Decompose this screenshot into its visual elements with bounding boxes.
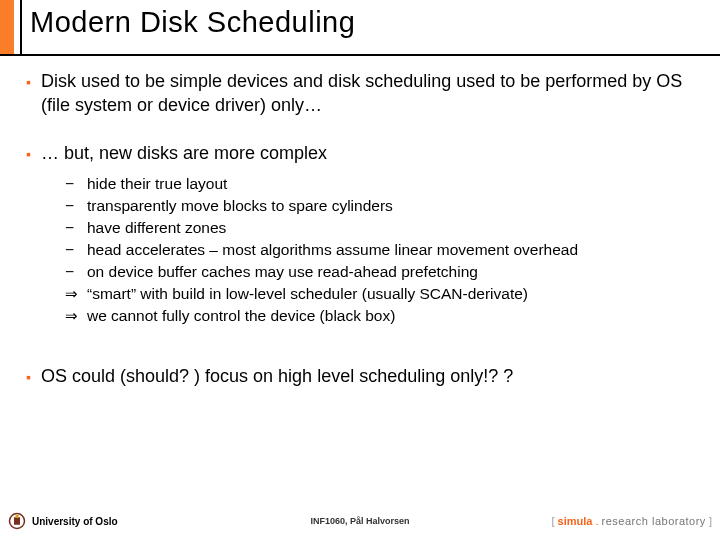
- sub-text: head accelerates – most algorithms assum…: [87, 239, 578, 261]
- svg-rect-2: [16, 515, 19, 518]
- sub-text: transparently move blocks to spare cylin…: [87, 195, 393, 217]
- bullet-2: ▪ … but, new disks are more complex −hid…: [26, 142, 694, 328]
- bullet-2-sublist: −hide their true layout −transparently m…: [65, 173, 694, 327]
- sub-text: hide their true layout: [87, 173, 227, 195]
- bullet-icon: ▪: [26, 142, 31, 328]
- accent-stripe: [0, 0, 14, 54]
- lab-research: research laboratory: [602, 515, 706, 527]
- footer-university: University of Oslo: [32, 516, 118, 527]
- bullet-2-text: … but, new disks are more complex: [41, 143, 327, 163]
- arrow-icon: ⇒: [65, 283, 79, 305]
- sub-item: −hide their true layout: [65, 173, 694, 195]
- dash-icon: −: [65, 195, 79, 217]
- bullet-3: ▪ OS could (should? ) focus on high leve…: [26, 365, 694, 389]
- footer: University of Oslo INF1060, Pål Halvorse…: [0, 508, 720, 534]
- slide-body: ▪ Disk used to be simple devices and dis…: [0, 56, 720, 389]
- sub-item-arrow: ⇒we cannot fully control the device (bla…: [65, 305, 694, 327]
- bullet-3-text: OS could (should? ) focus on high level …: [41, 365, 513, 389]
- sub-text: have different zones: [87, 217, 226, 239]
- page-title: Modern Disk Scheduling: [22, 0, 365, 54]
- sub-text: “smart” with build in low-level schedule…: [87, 283, 528, 305]
- sub-item-arrow: ⇒“smart” with build in low-level schedul…: [65, 283, 694, 305]
- sub-text: on device buffer caches may use read-ahe…: [87, 261, 478, 283]
- dash-icon: −: [65, 173, 79, 195]
- lab-bracket-close: ]: [706, 515, 712, 527]
- lab-simula: simula: [558, 515, 593, 527]
- bullet-1-text: Disk used to be simple devices and disk …: [41, 70, 694, 118]
- sub-item: −have different zones: [65, 217, 694, 239]
- dash-icon: −: [65, 239, 79, 261]
- bullet-icon: ▪: [26, 70, 31, 118]
- sub-item: −transparently move blocks to spare cyli…: [65, 195, 694, 217]
- slide: Modern Disk Scheduling ▪ Disk used to be…: [0, 0, 720, 540]
- crest-icon: [8, 512, 26, 530]
- lab-dot: .: [592, 515, 601, 527]
- dash-icon: −: [65, 217, 79, 239]
- svg-rect-1: [14, 517, 20, 525]
- title-bar: Modern Disk Scheduling: [0, 0, 720, 56]
- sub-item: −on device buffer caches may use read-ah…: [65, 261, 694, 283]
- sub-item: −head accelerates – most algorithms assu…: [65, 239, 694, 261]
- arrow-icon: ⇒: [65, 305, 79, 327]
- footer-lab: [ simula . research laboratory ]: [551, 515, 712, 527]
- dash-icon: −: [65, 261, 79, 283]
- bullet-icon: ▪: [26, 365, 31, 389]
- footer-course: INF1060, Pål Halvorsen: [310, 516, 409, 526]
- sub-text: we cannot fully control the device (blac…: [87, 305, 395, 327]
- bullet-1: ▪ Disk used to be simple devices and dis…: [26, 70, 694, 118]
